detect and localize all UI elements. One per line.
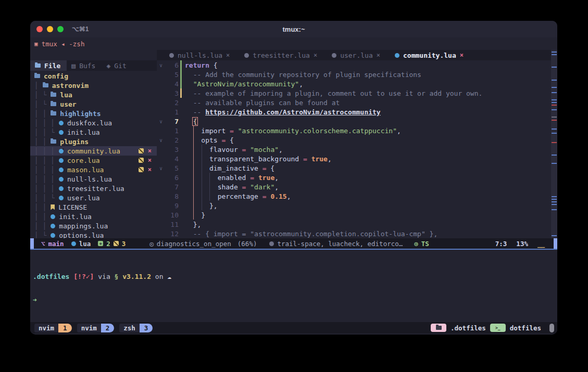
tree-row[interactable]: │ │ plugins ×: [30, 137, 157, 146]
code-line[interactable]: ∨3 flavour = "mocha",: [157, 145, 557, 154]
code-line[interactable]: ∨1 import = "astrocommunity.colorscheme.…: [157, 126, 557, 135]
line-number: 4: [165, 155, 179, 163]
tree-row[interactable]: │ │ init.lua ×: [30, 212, 157, 221]
close-buffer-icon[interactable]: ×: [377, 52, 380, 59]
tmux-window-number: 2: [101, 324, 115, 332]
tab-bufs[interactable]: ▤ Bufs: [67, 60, 102, 71]
lua-file-icon: [395, 53, 399, 58]
code-line[interactable]: ∨5 -- Add the community repository of pl…: [157, 70, 557, 79]
code-line[interactable]: ∨1 -- https://github.com/AstroNvim/astro…: [157, 107, 557, 117]
tree-row[interactable]: │ │ │ treesitter.lua ×: [30, 184, 157, 193]
code-line[interactable]: ∨2 opts = {: [157, 135, 557, 145]
git-icon: ◈: [106, 62, 110, 70]
code-line[interactable]: ∨11 },: [157, 220, 557, 229]
code-text: -- { import = "astrocommunity.completion…: [185, 230, 437, 238]
code-line[interactable]: ∨6 enabled = true,: [157, 173, 557, 182]
close-buffer-icon[interactable]: ×: [460, 52, 464, 59]
lua-file-icon: [59, 177, 64, 182]
tree-row[interactable]: │ └ lua ×: [30, 90, 157, 99]
buffer-tab[interactable]: null-ls.lua ×: [162, 50, 237, 60]
close-icon[interactable]: ×: [148, 167, 152, 172]
folder-icon: [51, 139, 56, 144]
fold-chevron-icon[interactable]: ∨: [157, 119, 165, 124]
code-token: -- available plugins can be found at: [185, 99, 340, 107]
tree-row[interactable]: config ×: [30, 71, 157, 81]
code-line[interactable]: ∨10 }: [157, 210, 557, 220]
tree-row[interactable]: │ │ │ mason.lua ×: [30, 165, 157, 174]
tree-row[interactable]: │ │ │ community.lua ×: [30, 146, 157, 156]
line-number: 2: [165, 136, 179, 144]
tree-guides: │ │ │: [34, 157, 59, 164]
branch-name: main: [48, 240, 64, 248]
tree-row[interactable]: │ └ user ×: [30, 99, 157, 109]
scroll-pill[interactable]: [549, 324, 554, 332]
code-line[interactable]: ∨6return {: [157, 60, 557, 70]
modified-icon: [139, 158, 144, 163]
code-token: =: [230, 127, 234, 135]
tree-row[interactable]: │ │ └ init.lua ×: [30, 127, 157, 137]
statusline-right: 7:3 13% __: [495, 238, 557, 249]
tab-label: Bufs: [79, 62, 95, 70]
code-line[interactable]: ∨8 percentage = 0.15,: [157, 191, 557, 201]
code-token: {: [267, 164, 275, 172]
buffer-tab[interactable]: treesitter.lua ×: [237, 50, 324, 60]
code-token: [226, 127, 230, 135]
code-line[interactable]: ∨3 -- example of imporing a plugin, comm…: [157, 88, 557, 98]
scrollbar-minimap[interactable]: [551, 50, 557, 238]
code-text: import = "astrocommunity.colorscheme.cat…: [185, 127, 401, 135]
tree-guides: │ │ │: [34, 185, 59, 193]
tree-row[interactable]: │ │ mappings.lua ×: [30, 221, 157, 230]
git-diff-segment: + 2 3: [98, 240, 126, 248]
tree-item-label: highlights: [60, 110, 101, 118]
tree-item-badges: ×: [139, 167, 152, 172]
traffic-lights: [36, 26, 64, 32]
shell-pane[interactable]: .dotfiles [!?✓] via § v3.11.2 on ☁ ➜: [30, 250, 557, 322]
code-line[interactable]: ∨5 dim_inactive = {: [157, 163, 557, 173]
fold-chevron-icon[interactable]: ∨: [157, 165, 165, 171]
code-line[interactable]: ∨2 -- available plugins can be found at: [157, 98, 557, 107]
code-line[interactable]: ∨12 -- { import = "astrocommunity.comple…: [157, 229, 557, 238]
tree-row[interactable]: │ │ highlights ×: [30, 109, 157, 118]
close-icon[interactable]: ×: [148, 158, 152, 163]
code-line[interactable]: ∨7 {: [157, 117, 557, 126]
tab-git[interactable]: ◈ Git: [102, 60, 132, 71]
zoom-window-button[interactable]: [57, 26, 64, 32]
code-line[interactable]: ∨7 shade = "dark",: [157, 182, 557, 191]
tree-row[interactable]: │ │ │ null-ls.lua ×: [30, 174, 157, 184]
tree-guides: │ │ │: [34, 147, 59, 155]
close-icon[interactable]: ×: [148, 148, 152, 153]
tree-row[interactable]: │ │ │ duskfox.lua ×: [30, 118, 157, 127]
close-buffer-icon[interactable]: ×: [314, 52, 317, 59]
code-token: percentage: [218, 193, 258, 200]
buffer-tab[interactable]: community.lua ×: [387, 50, 471, 60]
code-token: "astrocommunity.colorscheme.catppuccin": [238, 127, 397, 135]
code-line[interactable]: ∨4 "AstroNvim/astrocommunity",: [157, 79, 557, 88]
close-buffer-icon[interactable]: ×: [226, 52, 230, 59]
buffer-tab[interactable]: user.lua ×: [324, 50, 387, 60]
minimap-mark: [552, 155, 557, 156]
tree-row[interactable]: │ │ LICENSE ×: [30, 202, 157, 212]
code-line[interactable]: ∨9 },: [157, 201, 557, 210]
tree-row[interactable]: │ astronvim ×: [30, 81, 157, 90]
close-window-button[interactable]: [36, 26, 43, 32]
tmux-window[interactable]: nvim 2: [77, 324, 115, 332]
tmux-window[interactable]: zsh 3: [119, 324, 153, 332]
code-token: shade: [218, 183, 238, 191]
tree-row[interactable]: │ └ options.lua ×: [30, 230, 157, 238]
fold-chevron-icon[interactable]: ∨: [157, 137, 165, 143]
folder-icon: [35, 63, 41, 68]
tree-row[interactable]: │ │ └ user.lua ×: [30, 193, 157, 202]
window-title: tmux:~: [30, 25, 557, 33]
prompt-input-line[interactable]: ➜: [33, 296, 557, 304]
code-line[interactable]: ∨4 transparent_background = true,: [157, 154, 557, 163]
git-branch-segment[interactable]: ⌥ main: [41, 240, 64, 248]
minimap-mark: [552, 52, 557, 53]
tab-file[interactable]: File: [30, 60, 67, 71]
code-text: shade = "dark",: [185, 183, 279, 191]
git-gutter-sign: [180, 201, 182, 210]
tmux-window[interactable]: nvim 1: [34, 324, 72, 332]
code-token: "mocha": [250, 146, 279, 153]
minimize-window-button[interactable]: [47, 26, 53, 32]
fold-chevron-icon[interactable]: ∨: [157, 62, 165, 68]
tree-row[interactable]: │ │ │ core.lua ×: [30, 156, 157, 165]
